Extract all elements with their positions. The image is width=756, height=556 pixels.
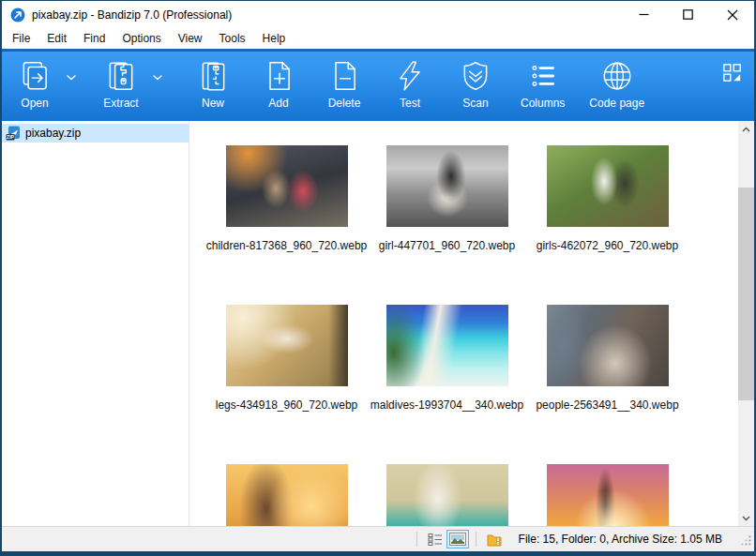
toolbar-button-open[interactable]: Open xyxy=(8,57,62,112)
archive-folder-button[interactable] xyxy=(483,530,506,548)
open-archive-icon xyxy=(18,59,52,93)
details-view-icon xyxy=(428,533,443,546)
file-thumbnail[interactable] xyxy=(386,464,508,526)
file-thumbnail[interactable] xyxy=(386,305,508,386)
code-page-icon xyxy=(600,59,634,93)
file-thumbnail[interactable] xyxy=(386,145,508,227)
columns-icon xyxy=(526,59,560,93)
file-thumbnail[interactable] xyxy=(226,464,348,526)
file-thumbnail[interactable] xyxy=(226,305,348,386)
archive-folder-icon xyxy=(487,533,502,547)
file-item[interactable]: people-2563491__340.webp xyxy=(527,305,688,464)
open-dropdown-chevron[interactable] xyxy=(62,59,81,97)
menu-file[interactable]: File xyxy=(4,29,38,48)
file-name: maldives-1993704__340.webp xyxy=(370,398,523,412)
file-item[interactable] xyxy=(206,464,367,526)
chevron-down-icon xyxy=(67,75,76,81)
menu-tools[interactable]: Tools xyxy=(211,29,254,48)
file-list-panel: children-817368_960_720.webpgirl-447701_… xyxy=(189,121,754,526)
chevron-down-icon xyxy=(153,75,162,81)
file-item[interactable]: maldives-1993704__340.webp xyxy=(367,305,527,464)
file-thumbnail[interactable] xyxy=(547,145,669,227)
maximize-icon xyxy=(683,9,693,20)
archive-summary: File: 15, Folder: 0, Archive Size: 1.05 … xyxy=(519,533,722,546)
details-view-button[interactable] xyxy=(424,530,446,548)
menu-view[interactable]: View xyxy=(170,29,211,48)
file-item[interactable] xyxy=(367,464,527,526)
delete-file-icon xyxy=(327,59,361,93)
file-thumbnail[interactable] xyxy=(547,305,669,386)
menu-help[interactable]: Help xyxy=(254,29,295,48)
window-bottom-edge xyxy=(2,551,754,554)
resize-grip[interactable] xyxy=(741,533,751,549)
file-item[interactable] xyxy=(527,464,688,526)
toolbar-button-scan[interactable]: Scan xyxy=(448,57,503,112)
menu-options[interactable]: Options xyxy=(113,29,169,48)
test-archive-icon xyxy=(393,59,427,93)
window-body: ZIP pixabay.zip children-817368_960_720.… xyxy=(2,121,754,526)
new-archive-icon xyxy=(196,59,230,93)
window-controls xyxy=(622,1,754,28)
file-grid: children-817368_960_720.webpgirl-447701_… xyxy=(189,121,715,526)
thumbnail-view-icon xyxy=(449,533,466,546)
menu-bar: File Edit Find Options View Tools Help xyxy=(2,28,754,49)
scroll-down-button[interactable] xyxy=(738,510,754,526)
scroll-up-arrow-icon xyxy=(742,127,750,132)
file-thumbnail[interactable] xyxy=(547,464,669,526)
scroll-up-button[interactable] xyxy=(738,121,754,137)
minimize-button[interactable] xyxy=(622,1,666,28)
toolbar-button-codepage[interactable]: Code page xyxy=(582,57,651,112)
thumbnail-view-button[interactable] xyxy=(446,530,469,548)
close-button[interactable] xyxy=(710,1,754,28)
file-name: girl-447701_960_720.webp xyxy=(379,239,515,252)
file-name: girls-462072_960_720.webp xyxy=(537,239,678,252)
vertical-scrollbar[interactable] xyxy=(738,121,754,526)
toolbar-button-test[interactable]: Test xyxy=(383,57,437,112)
file-item[interactable]: girls-462072_960_720.webp xyxy=(527,145,688,305)
file-thumbnail[interactable] xyxy=(226,145,348,227)
panes-grid-icon xyxy=(723,64,741,82)
scrollbar-thumb[interactable] xyxy=(738,188,754,400)
status-bar: File: 15, Folder: 0, Archive Size: 1.05 … xyxy=(2,526,754,551)
layout-panes-button[interactable] xyxy=(720,61,743,83)
toolbar-button-delete[interactable]: Delete xyxy=(317,57,371,112)
bandizip-window: pixabay.zip - Bandizip 7.0 (Professional… xyxy=(0,0,756,556)
toolbar-button-columns[interactable]: Columns xyxy=(514,57,571,112)
extract-dropdown-chevron[interactable] xyxy=(148,59,167,97)
file-name: people-2563491__340.webp xyxy=(536,398,678,412)
file-item[interactable]: legs-434918_960_720.webp xyxy=(206,305,367,464)
add-file-icon xyxy=(262,59,295,93)
file-item[interactable]: girl-447701_960_720.webp xyxy=(367,145,527,305)
bandizip-app-icon xyxy=(10,8,25,23)
svg-text:ZIP: ZIP xyxy=(7,134,14,140)
toolbar-button-new[interactable]: New xyxy=(186,57,240,112)
title-bar: pixabay.zip - Bandizip 7.0 (Professional… xyxy=(2,1,754,28)
menu-find[interactable]: Find xyxy=(75,29,113,48)
window-title: pixabay.zip - Bandizip 7.0 (Professional… xyxy=(32,8,622,22)
maximize-button[interactable] xyxy=(666,1,710,28)
statusbar-separator xyxy=(416,532,417,547)
scroll-down-arrow-icon xyxy=(742,516,750,521)
statusbar-separator xyxy=(476,532,476,547)
resize-grip-icon xyxy=(741,535,751,546)
toolbar: Open Extract N xyxy=(2,49,754,121)
file-name: legs-434918_960_720.webp xyxy=(216,398,357,412)
zip-archive-icon: ZIP xyxy=(6,126,21,141)
toolbar-button-add[interactable]: Add xyxy=(251,57,306,112)
sidebar-item-pixabay-zip[interactable]: ZIP pixabay.zip xyxy=(2,124,189,143)
close-icon xyxy=(727,9,738,21)
menu-edit[interactable]: Edit xyxy=(38,29,75,48)
sidebar-item-label: pixabay.zip xyxy=(25,127,81,140)
toolbar-button-extract[interactable]: Extract xyxy=(94,57,148,112)
file-name: children-817368_960_720.webp xyxy=(206,239,367,252)
minimize-icon xyxy=(639,9,649,20)
extract-archive-icon xyxy=(104,59,138,93)
archive-tree-sidebar: ZIP pixabay.zip xyxy=(2,121,189,526)
scan-malware-icon xyxy=(459,59,492,93)
file-item[interactable]: children-817368_960_720.webp xyxy=(206,145,367,305)
